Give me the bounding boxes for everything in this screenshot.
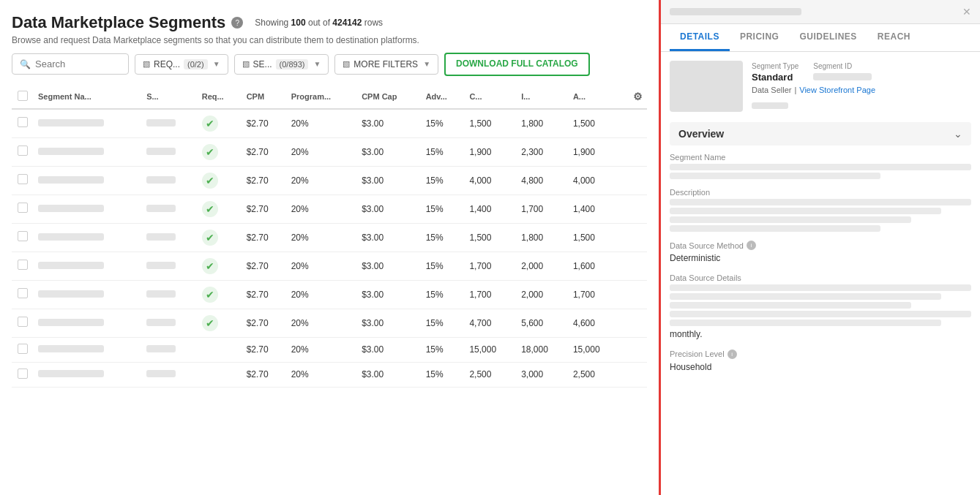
- view-storefront-link[interactable]: View Storefront Page: [799, 86, 875, 94]
- col-cpm-cap: CPM Cap: [357, 85, 422, 109]
- row-checkbox[interactable]: [18, 231, 28, 241]
- row-checkbox-cell[interactable]: [12, 223, 34, 252]
- search-input[interactable]: [35, 58, 121, 69]
- data-source-method-label: Data Source Method i: [670, 241, 971, 250]
- table-row[interactable]: ✔$2.7020%$3.0015%4,7005,6004,600: [12, 309, 647, 337]
- row-checkbox[interactable]: [18, 203, 28, 213]
- row-checkbox-cell[interactable]: [12, 309, 34, 337]
- row-checkbox[interactable]: [18, 117, 28, 127]
- cpm-cell: $2.70: [242, 194, 287, 223]
- program-cell: 20%: [287, 252, 357, 280]
- check-icon: ✔: [206, 232, 214, 243]
- adv-cell: 15%: [422, 194, 465, 223]
- row-checkbox[interactable]: [18, 288, 28, 298]
- col-settings[interactable]: ⚙: [621, 85, 647, 109]
- extra-cell: [621, 337, 647, 362]
- row-checkbox-cell[interactable]: [12, 194, 34, 223]
- program-cell: 20%: [287, 137, 357, 166]
- table-row[interactable]: ✔$2.7020%$3.0015%1,5001,8001,500: [12, 109, 647, 138]
- check-icon: ✔: [206, 175, 214, 186]
- req-cell: ✔: [198, 137, 242, 166]
- cpm-cap-cell: $3.00: [357, 252, 422, 280]
- row-checkbox-cell[interactable]: [12, 137, 34, 166]
- req-cell: ✔: [198, 194, 242, 223]
- row-checkbox[interactable]: [18, 260, 28, 270]
- chevron-down-icon-3: ▼: [423, 60, 430, 68]
- row-checkbox-cell[interactable]: [12, 166, 34, 194]
- tab-guidelines[interactable]: GUIDELINES: [789, 24, 867, 51]
- more-filters-button[interactable]: ▧ MORE FILTERS ▼: [334, 54, 438, 75]
- a-cell: 2,500: [569, 362, 621, 387]
- table-row[interactable]: ✔$2.7020%$3.0015%1,4001,7001,400: [12, 194, 647, 223]
- cpm-cell: $2.70: [242, 223, 287, 252]
- row-checkbox-cell[interactable]: [12, 252, 34, 280]
- cpm-cap-cell: $3.00: [357, 280, 422, 309]
- segment-name-cell: [34, 166, 142, 194]
- segment-image: [670, 61, 743, 112]
- status-badge: ✔: [202, 116, 218, 132]
- data-seller-label: Data Seller: [752, 86, 791, 94]
- tab-reach[interactable]: REACH: [867, 24, 921, 51]
- cpm-cell: $2.70: [242, 337, 287, 362]
- status-cell: [142, 109, 198, 138]
- table-row[interactable]: $2.7020%$3.0015%2,5003,0002,500: [12, 362, 647, 387]
- status-cell: [142, 280, 198, 309]
- overview-header[interactable]: Overview ⌄: [670, 122, 971, 146]
- row-checkbox-cell[interactable]: [12, 109, 34, 138]
- status-blur: [146, 345, 176, 352]
- row-checkbox-cell[interactable]: [12, 280, 34, 309]
- tab-details[interactable]: DETAILS: [670, 24, 730, 51]
- se-filter-button[interactable]: ▧ SE... (0/893) ▼: [234, 54, 329, 75]
- row-checkbox[interactable]: [18, 369, 28, 379]
- table-row[interactable]: ✔$2.7020%$3.0015%1,5001,8001,500: [12, 223, 647, 252]
- segment-name-blur: [38, 148, 104, 155]
- i-cell: 4,800: [517, 166, 569, 194]
- selected-segment-name-blur: [670, 8, 801, 15]
- close-icon[interactable]: ✕: [962, 6, 971, 18]
- field-description: Description: [670, 188, 971, 232]
- tab-pricing[interactable]: PRICING: [730, 24, 790, 51]
- row-checkbox[interactable]: [18, 174, 28, 184]
- segment-name-blur: [38, 345, 104, 352]
- segment-meta: Segment Type Standard Segment ID Data Se…: [752, 61, 875, 112]
- select-all-header[interactable]: [12, 85, 34, 109]
- search-box[interactable]: 🔍: [12, 53, 129, 75]
- table-row[interactable]: ✔$2.7020%$3.0015%1,7002,0001,700: [12, 280, 647, 309]
- page-title: Data Marketplace Segments: [12, 13, 225, 32]
- row-checkbox[interactable]: [18, 344, 28, 354]
- row-checkbox[interactable]: [18, 317, 28, 327]
- col-segment-name: Segment Na...: [34, 85, 142, 109]
- i-cell: 1,700: [517, 194, 569, 223]
- data-source-details-value: monthly.: [670, 284, 971, 341]
- table-row[interactable]: $2.7020%$3.0015%15,00018,00015,000: [12, 337, 647, 362]
- i-cell: 2,000: [517, 252, 569, 280]
- gear-icon[interactable]: ⚙: [633, 91, 643, 102]
- download-full-catalog-button[interactable]: DOWNLOAD FULL CATALOG: [444, 53, 590, 76]
- page-header: Data Marketplace Segments ? Showing 100 …: [12, 13, 647, 45]
- segment-name-blur: [38, 319, 104, 326]
- adv-cell: 15%: [422, 252, 465, 280]
- selected-segment-bar: ✕: [661, 0, 980, 24]
- status-blur: [146, 290, 176, 298]
- extra-cell: [621, 194, 647, 223]
- info-icon[interactable]: i: [747, 241, 756, 250]
- status-cell: [142, 337, 198, 362]
- segment-name-blur: [38, 176, 104, 184]
- data-seller-row: Data Seller | View Storefront Page: [752, 86, 875, 94]
- req-filter-button[interactable]: ▧ REQ... (0/2) ▼: [135, 54, 228, 75]
- info-icon-2[interactable]: i: [727, 349, 737, 359]
- table-row[interactable]: ✔$2.7020%$3.0015%1,7002,0001,600: [12, 252, 647, 280]
- chevron-down-icon-2: ▼: [313, 60, 321, 68]
- cpm-cap-cell: $3.00: [357, 109, 422, 138]
- a-cell: 1,500: [569, 109, 621, 138]
- extra-cell: [621, 252, 647, 280]
- status-badge: ✔: [202, 287, 218, 303]
- table-row[interactable]: ✔$2.7020%$3.0015%4,0004,8004,000: [12, 166, 647, 194]
- c-cell: 2,500: [465, 362, 517, 387]
- row-checkbox-cell[interactable]: [12, 362, 34, 387]
- table-row[interactable]: ✔$2.7020%$3.0015%1,9002,3001,900: [12, 137, 647, 166]
- row-checkbox[interactable]: [18, 146, 28, 156]
- row-checkbox-cell[interactable]: [12, 337, 34, 362]
- select-all-checkbox[interactable]: [18, 91, 28, 101]
- help-icon[interactable]: ?: [231, 17, 243, 29]
